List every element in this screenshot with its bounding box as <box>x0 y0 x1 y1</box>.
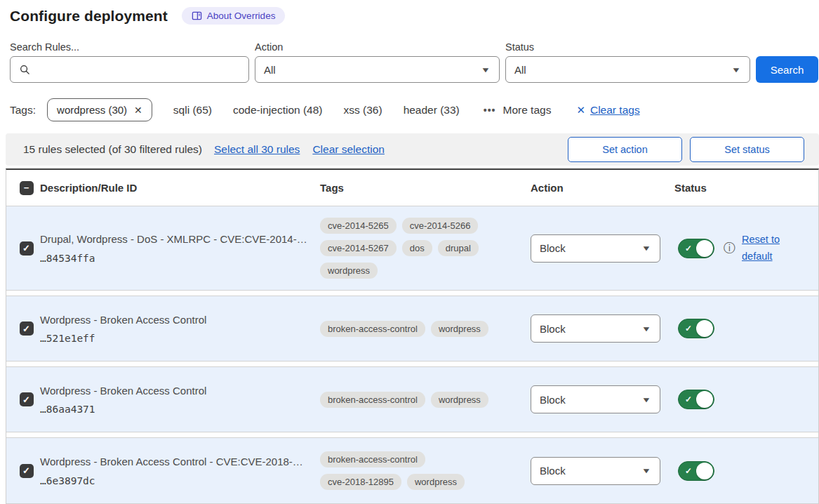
chevron-down-icon: ▼ <box>641 467 651 475</box>
rule-description: Wordpress - Broken Access Control <box>40 384 309 398</box>
search-input[interactable] <box>36 64 240 76</box>
status-extra: ⓘ Reset to default <box>724 232 785 265</box>
action-select-value: Block <box>540 394 566 406</box>
check-icon: ✓ <box>22 324 30 334</box>
tag-pill: cve-2014-5265 <box>320 218 397 234</box>
action-filter-label: Action <box>255 41 500 53</box>
tag-filter-xss[interactable]: xss (36) <box>344 104 382 117</box>
selected-tag-chip[interactable]: wordpress (30) ✕ <box>47 98 152 121</box>
column-header-description: Description/Rule ID <box>40 182 320 194</box>
table-header: − Description/Rule ID Tags Action Status <box>6 170 818 206</box>
reset-link[interactable]: Reset to default <box>742 232 785 265</box>
tag-pill: broken-access-control <box>320 451 425 467</box>
action-select[interactable]: Block ▼ <box>531 314 660 343</box>
chevron-down-icon: ▼ <box>641 325 651 333</box>
ellipsis-icon: ••• <box>484 105 496 116</box>
indeterminate-icon: − <box>24 183 29 193</box>
clear-tags-label: Clear tags <box>590 104 640 117</box>
action-select[interactable]: Block ▼ <box>531 234 660 263</box>
search-input-box <box>10 56 249 83</box>
clear-tags-button[interactable]: ✕ Clear tags <box>576 104 639 117</box>
action-select[interactable]: Block ▼ <box>531 457 660 485</box>
action-filter-select[interactable]: All ▼ <box>255 56 500 83</box>
tag-pill: wordpress <box>407 474 465 490</box>
more-tags-button[interactable]: ••• More tags <box>484 104 552 117</box>
tag-pill: drupal <box>438 240 479 256</box>
action-select-value: Block <box>540 242 566 254</box>
rule-description: Drupal, Wordpress - DoS - XMLRPC - CVE:C… <box>40 232 309 246</box>
search-label: Search Rules... <box>10 41 249 53</box>
select-all-link[interactable]: Select all 30 rules <box>214 143 300 156</box>
rule-tags: cve-2014-5265cve-2014-5266cve-2014-5267d… <box>320 218 510 279</box>
toggle-check-icon: ✓ <box>685 244 692 253</box>
table-row: ✓ Wordpress - Broken Access Control - CV… <box>6 437 818 504</box>
page-title: Configure deployment <box>10 8 168 25</box>
tags-row: Tags: wordpress (30) ✕ sqli (65) code-in… <box>10 98 818 121</box>
toggle-check-icon: ✓ <box>685 394 692 404</box>
rule-tags: broken-access-controlwordpress <box>320 321 510 337</box>
rule-id: …6e3897dc <box>40 475 309 486</box>
tag-filter-code-injection[interactable]: code-injection (48) <box>233 104 323 117</box>
select-all-checkbox[interactable]: − <box>20 181 34 195</box>
toggle-knob <box>696 391 713 408</box>
column-header-action: Action <box>531 182 674 194</box>
tag-pill: broken-access-control <box>320 392 425 408</box>
row-checkbox[interactable]: ✓ <box>20 392 34 406</box>
rule-id: …84534ffa <box>40 253 309 264</box>
tag-filter-header[interactable]: header (33) <box>404 104 460 117</box>
tags-label: Tags: <box>10 104 36 117</box>
selected-tag-label: wordpress (30) <box>57 104 127 116</box>
status-filter-value: All <box>514 64 526 76</box>
status-filter-select[interactable]: All ▼ <box>505 56 750 83</box>
tag-pill: cve-2018-12895 <box>320 474 401 490</box>
search-button[interactable]: Search <box>756 56 818 83</box>
about-overrides-badge[interactable]: About Overrides <box>182 7 286 25</box>
check-icon: ✓ <box>22 394 30 405</box>
row-checkbox[interactable]: ✓ <box>20 321 34 336</box>
set-status-button[interactable]: Set status <box>690 137 804 162</box>
chevron-down-icon: ▼ <box>641 244 651 252</box>
rule-id: …521e1eff <box>40 333 309 344</box>
status-toggle[interactable]: ✓ <box>678 319 714 338</box>
set-action-button[interactable]: Set action <box>568 137 682 162</box>
tag-filter-sqli[interactable]: sqli (65) <box>173 104 212 117</box>
tag-pill: dos <box>402 240 432 256</box>
tag-pill: broken-access-control <box>320 321 425 337</box>
action-select[interactable]: Block ▼ <box>531 385 660 413</box>
rule-tags: broken-access-controlcve-2018-12895wordp… <box>320 451 510 490</box>
status-toggle[interactable]: ✓ <box>678 239 714 258</box>
check-icon: ✓ <box>22 243 30 253</box>
rule-tags: broken-access-controlwordpress <box>320 392 510 408</box>
column-header-status: Status <box>674 182 818 194</box>
status-filter-label: Status <box>505 41 750 53</box>
search-icon <box>19 64 31 76</box>
toggle-check-icon: ✓ <box>685 324 692 333</box>
tag-pill: cve-2014-5267 <box>320 240 397 256</box>
rules-table: − Description/Rule ID Tags Action Status… <box>6 168 819 504</box>
toggle-knob <box>696 320 713 337</box>
page-header: Configure deployment About Overrides <box>10 7 819 25</box>
about-overrides-label: About Overrides <box>207 11 276 21</box>
tag-pill: cve-2014-5266 <box>402 218 479 234</box>
info-icon[interactable]: ⓘ <box>724 242 735 254</box>
status-toggle[interactable]: ✓ <box>678 461 714 481</box>
remove-tag-icon[interactable]: ✕ <box>134 105 142 116</box>
table-row: ✓ Wordpress - Broken Access Control …86a… <box>6 366 818 432</box>
action-select-value: Block <box>540 465 566 477</box>
chevron-down-icon: ▼ <box>731 66 741 74</box>
action-select-value: Block <box>540 323 566 335</box>
clear-selection-link[interactable]: Clear selection <box>312 143 385 156</box>
more-tags-label: More tags <box>502 104 551 117</box>
book-icon <box>192 11 202 21</box>
action-filter-value: All <box>264 64 276 76</box>
tag-pill: wordpress <box>320 263 378 279</box>
row-checkbox[interactable]: ✓ <box>20 464 34 478</box>
rule-description: Wordpress - Broken Access Control <box>40 313 309 327</box>
tag-pill: wordpress <box>431 392 488 408</box>
filter-row: Search Rules... Action All ▼ Status All … <box>10 41 818 83</box>
status-toggle[interactable]: ✓ <box>678 390 714 409</box>
selection-summary: 15 rules selected (of 30 filtered rules) <box>23 143 202 156</box>
row-checkbox[interactable]: ✓ <box>20 241 34 256</box>
chevron-down-icon: ▼ <box>481 66 491 74</box>
toggle-knob <box>696 240 713 257</box>
